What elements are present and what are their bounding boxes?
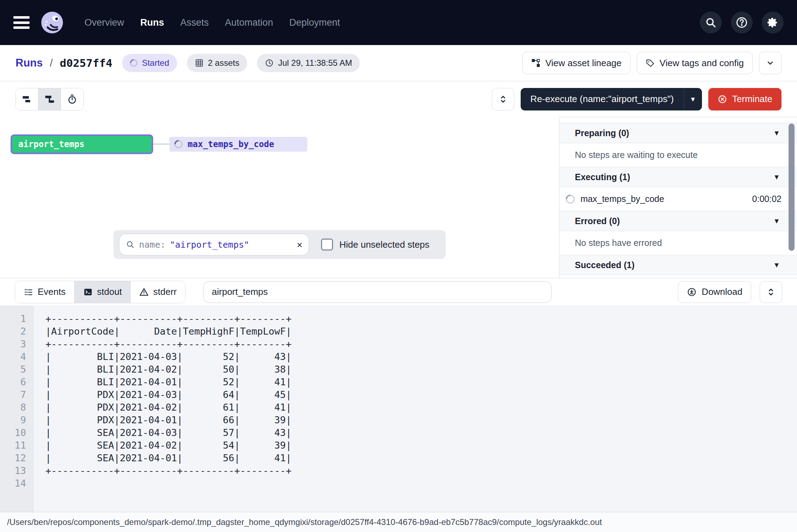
log-file-path-bar: /Users/ben/repos/components_demo/spark-d…: [0, 512, 797, 532]
search-button[interactable]: [700, 12, 722, 33]
run-gantt-section: airport_temps max_temps_by_code name:"ai…: [0, 117, 797, 278]
log-line: | SEA|2021-04-01| 56| 41|: [45, 452, 797, 464]
flat-gantt-icon: [22, 94, 32, 104]
step-elapsed-time: 0:00:02: [752, 194, 782, 204]
nav-item-overview[interactable]: Overview: [84, 17, 124, 28]
lineage-icon: [531, 58, 540, 68]
section-header-errored[interactable]: Errored (0) ▼: [559, 211, 797, 231]
errored-empty-message: No steps have errored: [559, 231, 797, 255]
assets-count-badge[interactable]: 2 assets: [187, 54, 247, 72]
nav-item-automation[interactable]: Automation: [225, 17, 273, 28]
updown-chevrons-icon: [766, 287, 776, 297]
expand-log-button[interactable]: [760, 281, 782, 303]
line-number-gutter: 12 34 56 78 910 1112 1314: [0, 305, 33, 512]
log-line: +-----------+----------+---------+------…: [45, 338, 797, 350]
timer-view-button[interactable]: [61, 88, 83, 110]
hide-unselected-checkbox[interactable]: [321, 239, 333, 251]
settings-button[interactable]: [762, 12, 784, 33]
section-header-succeeded[interactable]: Succeeded (1) ▼: [559, 255, 797, 275]
executing-step-row[interactable]: max_temps_by_code 0:00:02: [559, 187, 797, 211]
run-toolbar: Re-execute (name:"airport_temps") ▾ Term…: [0, 81, 797, 117]
waterfall-gantt-view-button[interactable]: [38, 88, 61, 110]
chevron-down-icon: [766, 58, 775, 68]
log-line: +-----------+----------+---------+------…: [45, 312, 797, 325]
search-icon: [705, 17, 717, 28]
log-line: |AirportCode| Date|TempHighF|TempLowF|: [45, 325, 797, 338]
timestamp-badge: Jul 29, 11:38:55 AM: [257, 54, 360, 72]
tab-events[interactable]: Events: [15, 281, 75, 303]
download-icon: [687, 287, 697, 297]
breadcrumb-runs-link[interactable]: Runs: [15, 57, 43, 69]
run-steps-panel: Preparing (0) ▼ No steps are waiting to …: [559, 117, 797, 278]
log-line: | PDX|2021-04-01| 66| 39|: [45, 414, 797, 426]
terminal-icon: [83, 287, 93, 297]
section-header-executing[interactable]: Executing (1) ▼: [559, 167, 797, 187]
collapse-caret-icon: ▼: [773, 173, 780, 181]
terminate-button[interactable]: Terminate: [708, 88, 782, 110]
search-icon: [126, 240, 135, 249]
step-graph-canvas[interactable]: airport_temps max_temps_by_code name:"ai…: [0, 117, 559, 278]
stdout-log-viewer: 12 34 56 78 910 1112 1314 +-----------+-…: [0, 305, 797, 512]
clock-icon: [265, 58, 274, 68]
log-line: | BLI|2021-04-03| 52| 43|: [45, 350, 797, 363]
reexecute-dropdown-button[interactable]: ▾: [684, 88, 702, 110]
nav-item-deployment[interactable]: Deployment: [289, 17, 340, 28]
section-header-preparing[interactable]: Preparing (0) ▼: [559, 123, 797, 143]
started-spinner-icon: [128, 57, 139, 68]
view-asset-lineage-button[interactable]: View asset lineage: [522, 52, 630, 74]
reexecute-button[interactable]: Re-execute (name:"airport_temps"): [521, 88, 684, 110]
collapse-caret-icon: ▼: [773, 129, 780, 137]
dagster-run-page: Overview Runs Assets Automation Deployme…: [0, 0, 797, 532]
top-navigation-bar: Overview Runs Assets Automation Deployme…: [0, 0, 797, 45]
updown-chevrons-icon: [498, 94, 508, 104]
log-line: | SEA|2021-04-03| 57| 43|: [45, 426, 797, 439]
graph-node-max-temps-by-code[interactable]: max_temps_by_code: [169, 137, 307, 152]
preparing-empty-message: No steps are waiting to execute: [559, 143, 797, 167]
log-toolbar: Events stdout: [0, 278, 797, 305]
log-file-path: /Users/ben/repos/components_demo/spark-d…: [7, 517, 602, 527]
log-line: +-----------+----------+---------+------…: [45, 464, 797, 477]
dagster-logo-icon[interactable]: [40, 11, 64, 34]
nav-item-assets[interactable]: Assets: [180, 17, 209, 28]
clear-search-icon[interactable]: ✕: [297, 239, 302, 250]
log-text-content: +-----------+----------+---------+------…: [33, 305, 797, 512]
events-list-icon: [24, 287, 33, 297]
view-tags-config-button[interactable]: View tags and config: [637, 52, 753, 74]
tab-stdout[interactable]: stdout: [75, 281, 131, 303]
view-mode-segmented-control: [15, 88, 84, 110]
log-type-tabs: Events stdout: [15, 281, 186, 303]
log-line: | PDX|2021-04-02| 61| 41|: [45, 401, 797, 414]
run-header-row: Runs / d0257ff4 Started 2 assets: [0, 45, 797, 81]
step-search-input[interactable]: name:"airport_temps" ✕: [119, 234, 309, 255]
step-spinner-icon: [564, 192, 577, 205]
collapse-caret-icon: ▼: [773, 261, 780, 269]
caret-down-icon: ▾: [691, 95, 695, 104]
hide-unselected-steps-control: Hide unselected steps: [321, 239, 429, 251]
step-filter-input[interactable]: [203, 281, 552, 303]
log-line: | SEA|2021-04-02| 54| 39|: [45, 439, 797, 452]
help-icon: [735, 16, 748, 29]
primary-nav: Overview Runs Assets Automation Deployme…: [84, 17, 340, 28]
graph-filter-panel: name:"airport_temps" ✕ Hide unselected s…: [113, 230, 446, 259]
hamburger-menu-icon[interactable]: [13, 16, 30, 29]
log-line: | BLI|2021-04-02| 50| 38|: [45, 363, 797, 376]
zoom-fit-button[interactable]: [492, 88, 514, 110]
collapse-caret-icon: ▼: [773, 217, 780, 225]
reexecute-split-button: Re-execute (name:"airport_temps") ▾: [521, 88, 702, 110]
run-id: d0257ff4: [60, 57, 112, 69]
graph-node-airport-temps[interactable]: airport_temps: [11, 134, 153, 154]
panel-scrollbar-thumb[interactable]: [789, 124, 795, 251]
stopwatch-icon: [67, 94, 77, 104]
log-line: | BLI|2021-04-01| 52| 41|: [45, 376, 797, 388]
more-run-actions-button[interactable]: [759, 52, 782, 74]
nav-item-runs[interactable]: Runs: [140, 17, 164, 28]
flat-gantt-view-button[interactable]: [16, 88, 38, 110]
assets-grid-icon: [195, 58, 204, 68]
warning-icon: [139, 287, 149, 297]
tab-stderr[interactable]: stderr: [131, 281, 185, 303]
download-button[interactable]: Download: [678, 281, 751, 303]
terminate-icon: [717, 94, 727, 104]
waterfall-gantt-icon: [44, 94, 55, 104]
executing-spinner-icon: [172, 138, 184, 150]
help-button[interactable]: [731, 12, 753, 33]
